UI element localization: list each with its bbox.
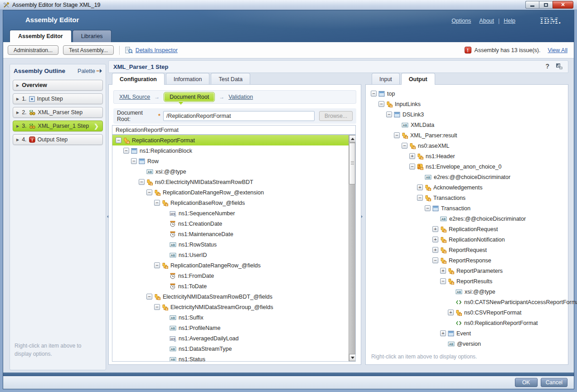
tree-node[interactable]: AB@version	[368, 339, 566, 349]
details-inspector-link[interactable]: Details Inspector	[136, 47, 178, 53]
tree-node[interactable]: −Transaction	[368, 203, 566, 213]
tree-node[interactable]: −GReplicationDateRangeRow_@fields	[112, 260, 349, 271]
tree-node[interactable]: −GReportResults	[368, 276, 566, 286]
tree-node[interactable]: −GInputLinks	[368, 99, 566, 109]
tree-node[interactable]: +GAcknowledgements	[368, 182, 566, 193]
maximize-button[interactable]	[539, 1, 553, 9]
tree-node[interactable]: ABe2res:@@choiceDiscriminator	[368, 172, 566, 182]
tree-node[interactable]: ABns1:Suffix	[112, 312, 349, 323]
tree-node[interactable]: +GReplicationNotification	[368, 234, 566, 245]
tree-node[interactable]: +GReportRequest	[368, 245, 566, 255]
tree-node[interactable]: ns1:FromDate	[112, 271, 349, 281]
window-titlebar[interactable]: Assembly Editor for Stage XML_19 ✕	[0, 0, 577, 10]
tree-node[interactable]: ABns1:DataStreamType	[112, 344, 349, 354]
tree-node[interactable]: ns1:ToDate	[112, 281, 349, 291]
tree-node[interactable]: ABxsi:@@type	[112, 166, 349, 177]
collapse-minus-icon[interactable]: −	[139, 179, 145, 185]
tree-node[interactable]: −GTransactions	[368, 193, 566, 203]
sidebar-item-output-step[interactable]: ▶4.!Output Step	[13, 134, 103, 145]
tab-libraries[interactable]: Libraries	[73, 30, 112, 42]
tree-node[interactable]: ABns1:ProfileName	[112, 323, 349, 333]
sidebar-item-input-step[interactable]: ▶1.Input Step	[13, 93, 103, 104]
tree-node[interactable]: −GElectricityNMIDataStreamGroup_@fields	[112, 302, 349, 312]
collapse-minus-icon[interactable]: −	[409, 164, 415, 169]
tree-node[interactable]: ns0:CATSNewParticipantAccessReportFormat	[368, 297, 566, 307]
tree-node[interactable]: −Gns1:Envelope_anon_choice_0	[368, 161, 566, 172]
help-icon[interactable]: ?	[545, 63, 549, 70]
test-assembly-button[interactable]: Test Assembly...	[63, 45, 114, 55]
tree-node[interactable]: −GReplicationBaseRow_@fields	[112, 198, 349, 208]
collapse-minus-icon[interactable]: −	[154, 200, 160, 206]
expand-plus-icon[interactable]: +	[440, 268, 446, 274]
collapse-minus-icon[interactable]: −	[417, 195, 423, 201]
scroll-up-button[interactable]	[349, 135, 356, 142]
tree-node[interactable]: −GReplicationReportFormat	[112, 135, 349, 145]
tree-node[interactable]: −DSLink3	[368, 109, 566, 120]
tree-node[interactable]: ns0:ReplicationReportFormat	[368, 318, 566, 328]
tree-node[interactable]: ns1:CreationDate	[112, 218, 349, 229]
tree-node[interactable]: ABXMLData	[368, 120, 566, 130]
expand-plus-icon[interactable]: +	[409, 153, 415, 159]
scrollbar-thumb[interactable]	[349, 143, 355, 184]
collapse-minus-icon[interactable]: −	[386, 111, 392, 117]
expand-plus-icon[interactable]: +	[440, 330, 446, 336]
tab-configuration[interactable]: Configuration	[112, 73, 165, 85]
tree-node[interactable]: ABns1:UserID	[112, 250, 349, 260]
collapse-minus-icon[interactable]: −	[425, 205, 431, 211]
expand-plus-icon[interactable]: +	[432, 237, 438, 242]
tree-node[interactable]: ABns1:RowStatus	[112, 239, 349, 250]
tree-node[interactable]: −Gns0:ElectricityNMIDataStreamRowBDT	[112, 177, 349, 187]
tab-test-data[interactable]: Test Data	[211, 73, 250, 85]
breadcrumb-link-xml-source[interactable]: XML Source	[119, 94, 150, 100]
administration-button[interactable]: Administration...	[8, 45, 58, 55]
tab-input[interactable]: Input	[372, 73, 400, 85]
sidebar-item-xml-parser-step[interactable]: ▶2.XML_Parser Step	[13, 107, 103, 118]
sidebar-item-overview[interactable]: ▶Overview	[13, 80, 103, 91]
tree-node[interactable]: ABns1:Status	[112, 354, 349, 362]
collapse-minus-icon[interactable]: −	[154, 262, 160, 268]
tab-information[interactable]: Information	[166, 73, 210, 85]
collapse-minus-icon[interactable]: −	[116, 137, 121, 143]
breadcrumb-link-validation[interactable]: Validation	[228, 94, 253, 100]
document-root-input[interactable]	[163, 111, 315, 121]
collapse-minus-icon[interactable]: −	[154, 304, 160, 310]
palette-link[interactable]: Palette	[78, 68, 102, 74]
collapse-minus-icon[interactable]: −	[146, 294, 152, 300]
tree-node[interactable]: ABe2res:@@choiceDiscriminator	[368, 213, 566, 224]
header-link-help[interactable]: Help	[504, 18, 515, 24]
tree-node[interactable]: ABxsi:@@type	[368, 286, 566, 297]
expand-plus-icon[interactable]: +	[448, 310, 454, 315]
tree-node[interactable]: +GReportParameters	[368, 266, 566, 276]
tree-node[interactable]: −GXML_Parser:result	[368, 130, 566, 140]
breadcrumb-current-document-root[interactable]: Document Root	[164, 92, 215, 102]
expand-plus-icon[interactable]: +	[432, 226, 438, 232]
view-all-link[interactable]: View All	[548, 47, 567, 53]
close-button[interactable]: ✕	[553, 1, 573, 9]
cancel-button[interactable]: Cancel	[541, 378, 567, 387]
tree-node[interactable]: 123ns1:AveragedDailyLoad	[112, 333, 349, 344]
tree-node[interactable]: −Gns0:aseXML	[368, 140, 566, 151]
collapse-minus-icon[interactable]: −	[394, 132, 400, 138]
tree-node[interactable]: +GReplicationRequest	[368, 224, 566, 234]
tree-node[interactable]: +Event	[368, 328, 566, 339]
tree-node[interactable]: −ns1:ReplicationBlock	[112, 145, 349, 156]
scroll-down-button[interactable]	[349, 354, 356, 361]
tab-output[interactable]: Output	[401, 73, 435, 85]
collapse-minus-icon[interactable]: −	[432, 257, 438, 263]
vertical-scrollbar[interactable]	[349, 135, 355, 361]
collapse-minus-icon[interactable]: −	[371, 91, 377, 97]
header-link-about[interactable]: About	[479, 18, 494, 24]
browse-button[interactable]: Browse...	[319, 111, 353, 121]
minimize-button[interactable]	[525, 1, 539, 9]
expand-plus-icon[interactable]: +	[417, 184, 423, 190]
collapse-minus-icon[interactable]: −	[123, 148, 129, 154]
expand-plus-icon[interactable]: +	[432, 247, 438, 253]
collapse-minus-icon[interactable]: −	[146, 189, 152, 195]
maximize-editor-icon[interactable]	[556, 63, 562, 69]
collapse-minus-icon[interactable]: −	[402, 143, 407, 149]
tree-node[interactable]: −top	[368, 88, 566, 99]
tree-node[interactable]: +Gns1:Header	[368, 151, 566, 161]
tree-node[interactable]: +Gns0:CSVReportFormat	[368, 307, 566, 318]
collapse-minus-icon[interactable]: −	[131, 158, 137, 164]
tab-assembly-editor[interactable]: Assembly Editor	[10, 30, 72, 42]
